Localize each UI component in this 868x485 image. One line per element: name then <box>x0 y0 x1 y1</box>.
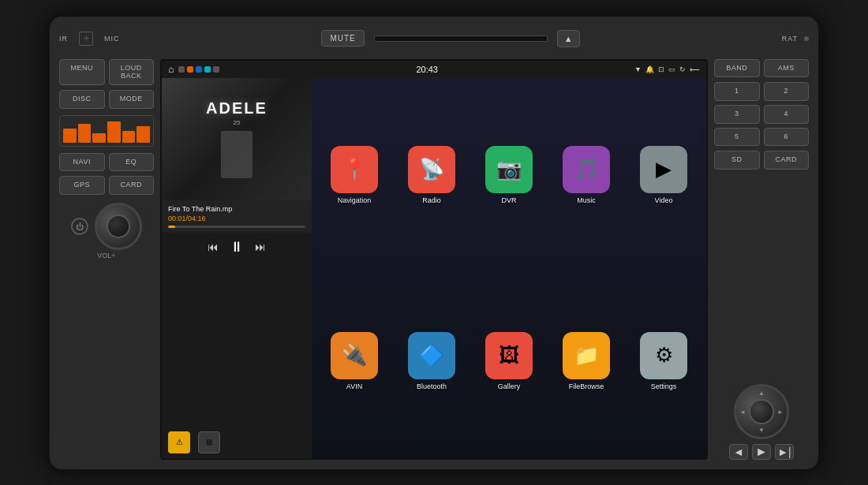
app-icon-img-dvr: 📷 <box>485 146 533 193</box>
skip-next-button[interactable]: ►| <box>775 444 794 460</box>
num-5-button[interactable]: 5 <box>714 128 760 147</box>
app-icon-music[interactable]: 🎵Music <box>550 84 623 266</box>
app-icon-img-settings: ⚙ <box>640 332 687 379</box>
nav-right-arrow: ► <box>777 408 784 415</box>
app-icon-settings[interactable]: ⚙Settings <box>627 270 700 452</box>
app-icon-navigation[interactable]: 📍Navigation <box>318 84 391 266</box>
rat-label: RAT <box>782 35 798 43</box>
loudback-button[interactable]: LOUD BACK <box>109 59 155 86</box>
app-icon-img-navigation: 📍 <box>331 146 378 193</box>
app-grid: 📍Navigation📡Radio📷DVR🎵Music▶Video🔌AVIN🔷B… <box>312 78 706 458</box>
card-button-left[interactable]: CARD <box>109 176 155 195</box>
vol-label: VOL+ <box>97 252 115 259</box>
nav-knob[interactable]: ▲ ▼ ◄ ► <box>734 384 789 439</box>
mute-button[interactable]: MUTE <box>321 30 364 47</box>
menu-button[interactable]: MENU <box>59 59 105 86</box>
app-icon-dvr[interactable]: 📷DVR <box>473 84 545 266</box>
app-label-navigation: Navigation <box>338 196 372 204</box>
gps-button[interactable]: GPS <box>59 176 105 195</box>
num-6-button[interactable]: 6 <box>764 128 810 147</box>
next-button[interactable]: ⏭ <box>255 241 266 253</box>
menu-loudback-row: MENU LOUD BACK <box>59 59 154 86</box>
main-row: MENU LOUD BACK DISC MODE NAVI EQ <box>59 59 809 460</box>
signal-icon: ▼ <box>634 65 642 73</box>
home-icon[interactable]: ⌂ <box>168 64 174 75</box>
sd-card-row: SD CARD <box>714 151 809 170</box>
sd-button[interactable]: SD <box>714 151 760 170</box>
num-4-button[interactable]: 4 <box>764 105 810 124</box>
app-icon-img-radio: 📡 <box>408 146 455 193</box>
status-bar-right: ▼ 🔔 ⊡ ▭ ↻ ⟵ <box>634 65 700 73</box>
volume-knob-inner <box>107 215 130 238</box>
status-bar: ⌂ 20:43 ▼ 🔔 ⊡ ▭ ↻ ⟵ <box>162 61 706 78</box>
top-bar: IR ⊹ MIC MUTE ▲ RAT <box>59 24 809 53</box>
grid-icon-btn[interactable]: ⊞ <box>198 431 220 453</box>
bell-icon: 🔔 <box>645 65 654 73</box>
app-icon-avin[interactable]: 🔌AVIN <box>318 270 391 452</box>
progress-fill <box>168 226 175 228</box>
app-icon-img-bluetooth: 🔷 <box>408 332 455 379</box>
top-left-labels: IR ⊹ MIC <box>59 32 120 46</box>
cd-slot <box>374 35 548 42</box>
left-panel: MENU LOUD BACK DISC MODE NAVI EQ <box>59 59 154 460</box>
screen-content: ADELE 25 Fire To The Rain.mp 00:01/04:16 <box>162 78 706 458</box>
car-unit: IR ⊹ MIC MUTE ▲ RAT MENU LOUD BACK DISC … <box>47 14 821 472</box>
app-icon-filebrowser[interactable]: 📁FileBrowse <box>550 270 623 452</box>
skip-prev-button[interactable]: ◄ <box>729 444 748 460</box>
mic-label: MIC <box>104 35 120 43</box>
song-time: 00:01/04:16 <box>168 215 305 222</box>
power-button[interactable]: ⏻ <box>71 218 88 235</box>
skip-play-button[interactable]: ► <box>752 444 771 460</box>
screen: ⌂ 20:43 ▼ 🔔 ⊡ ▭ ↻ ⟵ <box>160 59 708 460</box>
app-icon-bluetooth[interactable]: 🔷Bluetooth <box>395 270 468 452</box>
app-icon-img-video: ▶ <box>640 146 687 193</box>
disc-button[interactable]: DISC <box>59 90 105 109</box>
status-time: 20:43 <box>416 65 438 74</box>
app-icon-img-music: 🎵 <box>563 146 610 193</box>
num-2-button[interactable]: 2 <box>764 82 810 101</box>
prev-button[interactable]: ⏮ <box>208 241 219 253</box>
ams-button[interactable]: AMS <box>764 59 810 78</box>
album-subtitle: 25 <box>234 119 241 126</box>
app-icon-img-gallery: 🖼 <box>485 332 533 379</box>
top-right-labels: RAT <box>782 35 809 43</box>
num-grid: 1 2 3 4 5 6 <box>714 82 809 146</box>
eq-display <box>59 115 154 147</box>
app-label-avin: AVIN <box>346 382 362 390</box>
status-dot-4 <box>204 66 211 73</box>
eject-button[interactable]: ▲ <box>557 30 580 47</box>
album-art: ADELE 25 <box>162 78 312 200</box>
eq-button[interactable]: EQ <box>109 153 155 172</box>
warning-icon-btn[interactable]: ⚠ <box>168 431 190 453</box>
volume-knob[interactable] <box>95 203 142 250</box>
app-icon-gallery[interactable]: 🖼Gallery <box>473 270 545 452</box>
app-icon-radio[interactable]: 📡Radio <box>395 84 468 266</box>
navi-button[interactable]: NAVI <box>59 153 105 172</box>
num-3-button[interactable]: 3 <box>714 105 760 124</box>
num-1-button[interactable]: 1 <box>714 82 760 101</box>
status-dots <box>178 66 219 73</box>
play-pause-button[interactable]: ⏸ <box>230 239 244 256</box>
app-label-radio: Radio <box>422 196 441 204</box>
disc-mode-row: DISC MODE <box>59 90 154 109</box>
playback-controls[interactable]: ⏮ ⏸ ⏭ <box>162 233 312 262</box>
volume-section: ⏻ VOL+ <box>59 200 154 259</box>
rotate-icon: ↻ <box>679 65 686 73</box>
music-panel: ADELE 25 Fire To The Rain.mp 00:01/04:16 <box>162 78 312 458</box>
band-button[interactable]: BAND <box>714 59 760 78</box>
mode-button[interactable]: MODE <box>109 90 155 109</box>
card-button-right[interactable]: CARD <box>764 151 810 170</box>
progress-bar <box>168 226 305 228</box>
app-icon-video[interactable]: ▶Video <box>627 84 700 266</box>
status-dot-3 <box>196 66 202 73</box>
status-dot-1 <box>178 66 185 73</box>
album-title: ADELE <box>206 99 268 118</box>
song-info: Fire To The Rain.mp 00:01/04:16 <box>162 200 312 233</box>
sim-icon: ⊡ <box>658 65 664 73</box>
nav-up-arrow: ▲ <box>758 390 765 397</box>
album-figure <box>221 131 253 178</box>
nav-down-arrow: ▼ <box>758 427 765 434</box>
app-label-gallery: Gallery <box>498 382 521 390</box>
status-dot-2 <box>187 66 193 73</box>
nav-knob-inner <box>749 399 774 424</box>
